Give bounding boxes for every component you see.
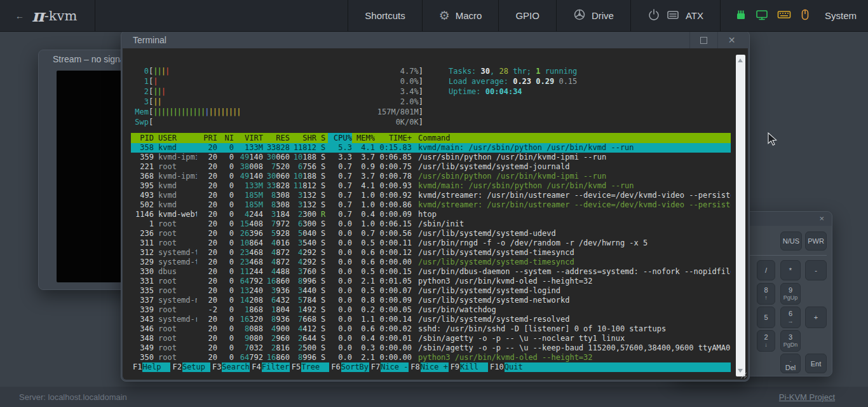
top-nav: ← π-kvm Shortcuts ⚙ Macro GPIO Drive	[0, 0, 868, 32]
uptime: Uptime: 00:04:34	[449, 86, 577, 97]
column-header-cpu[interactable]: CPU%	[328, 133, 352, 143]
back-arrow-icon[interactable]: ←	[15, 11, 24, 21]
arrow-down-icon: ↓	[764, 341, 768, 348]
nav-item-system[interactable]: System	[720, 0, 868, 31]
key-divide[interactable]: /	[757, 260, 775, 280]
nav-item-drive[interactable]: Drive	[556, 0, 630, 31]
fkey-f9[interactable]: F9Kill	[449, 362, 488, 372]
fkey-f6[interactable]: F6SortBy	[329, 362, 369, 372]
key-add[interactable]: +	[805, 307, 827, 328]
column-header-ni[interactable]: NI	[217, 133, 234, 143]
fkey-f8[interactable]: F8Nice +	[409, 362, 448, 372]
process-row-348[interactable]: 348root200908029602644S0.00.40:00.01/sbi…	[131, 334, 731, 343]
load-average: Load average: 0.23 0.29 0.15	[449, 76, 577, 86]
column-header-pri[interactable]: PRI	[197, 133, 217, 143]
key-3[interactable]: 3PgDn	[780, 330, 801, 352]
scroll-up-icon[interactable]	[738, 59, 743, 62]
fkey-f2[interactable]: F2Setup	[170, 362, 210, 372]
process-row-349[interactable]: 349root200703228162500S0.00.30:00.00/sbi…	[131, 343, 731, 353]
key-multiply[interactable]: *	[780, 260, 801, 280]
nav-item-atx[interactable]: ATX	[630, 0, 720, 31]
key-subtract[interactable]: -	[805, 260, 827, 280]
process-row-368[interactable]: 368kvmd-ipmi200491403006010188S0.73.70:0…	[131, 172, 731, 181]
pikvm-session: ← π-kvm Shortcuts ⚙ Macro GPIO Drive	[0, 0, 868, 407]
column-header-res[interactable]: RES	[263, 133, 290, 143]
maximize-icon	[700, 37, 707, 44]
fkey-f4[interactable]: F4Filter	[250, 362, 289, 372]
tasks-summary: Tasks: 30, 28 thr; 1 running	[449, 66, 577, 76]
nav-label-drive: Drive	[592, 10, 614, 21]
process-row-343[interactable]: 343systemd-r2001632089367668S0.01.10:00.…	[131, 315, 731, 324]
key-9[interactable]: 9PgUp	[780, 283, 801, 305]
process-row-1146[interactable]: 1146kvmd-webt200424431842300R0.70.40:00.…	[131, 210, 731, 219]
process-row-329[interactable]: 329systemd-t2002346848724292S0.00.60:00.…	[131, 258, 731, 267]
fkey-f1[interactable]: F1Help	[131, 362, 170, 372]
key-delete[interactable]: .Del	[780, 354, 801, 373]
fbar-filler	[532, 362, 731, 372]
process-row-346[interactable]: 346root200808849004412S0.00.60:00.02sshd…	[131, 324, 731, 334]
process-row-339[interactable]: 339root-20186818041492S0.00.20:00.05/usr…	[131, 305, 731, 315]
power-icon	[648, 8, 660, 23]
terminal-titlebar[interactable]: Terminal ✕	[121, 31, 749, 49]
htop-table-header[interactable]: PIDUSERPRINIVIRTRESSHRSCPU%MEM%TIME+Comm…	[131, 133, 731, 143]
column-header-command[interactable]: Command	[412, 133, 731, 143]
column-header-time[interactable]: TIME+	[375, 133, 412, 143]
nav-item-macro[interactable]: ⚙ Macro	[422, 0, 499, 31]
nav-item-gpio[interactable]: GPIO	[498, 0, 556, 31]
fkey-f10[interactable]: F10Quit	[488, 362, 532, 372]
process-row-331[interactable]: 331root20064792168608996S0.02.10:01.05py…	[131, 277, 731, 286]
process-row-337[interactable]: 337systemd-n2001420864325784S0.00.80:00.…	[131, 296, 731, 305]
close-button[interactable]: ✕	[717, 31, 745, 49]
htop-process-table: PIDUSERPRINIVIRTRESSHRSCPU%MEM%TIME+Comm…	[131, 133, 731, 362]
process-row-358[interactable]: 358kvmd200133M3382811812S5.34.10:15.83kv…	[131, 143, 731, 153]
key-8[interactable]: 8↑	[757, 283, 775, 305]
mouse-icon	[799, 8, 811, 24]
terminal-scrollbar[interactable]	[736, 55, 745, 376]
maximize-button[interactable]	[689, 31, 717, 49]
nav-item-shortcuts[interactable]: Shortcuts	[348, 0, 421, 31]
fkey-f3[interactable]: F3Search	[210, 362, 250, 372]
process-row-312[interactable]: 312systemd-t2002346848724292S0.00.60:00.…	[131, 248, 731, 258]
column-header-user[interactable]: USER	[154, 133, 197, 143]
process-row-493[interactable]: 493kvmd200185M83083132S0.71.00:00.92kvmd…	[131, 191, 731, 200]
display-icon	[755, 8, 769, 24]
htop-summary: Tasks: 30, 28 thr; 1 runningLoad average…	[449, 66, 577, 97]
key-enter[interactable]: Ent	[805, 354, 827, 373]
process-row-350[interactable]: 350root20064792168608996S0.02.10:00.00py…	[131, 353, 731, 362]
column-header-mem[interactable]: MEM%	[352, 133, 375, 143]
htop-meters: 0[||||4.7%]1[|0.0%]2[|||3.4%]3[||2.0%]Me…	[131, 48, 731, 127]
key-2[interactable]: 2↓	[757, 330, 775, 352]
key-6[interactable]: 6→	[780, 307, 801, 328]
pikvm-project-link[interactable]: Pi-KVM Project	[779, 392, 835, 402]
logo[interactable]: ← π-kvm	[0, 0, 95, 31]
column-header-shr[interactable]: SHR	[290, 133, 316, 143]
meter-2: 2[|||3.4%]	[131, 86, 423, 97]
resize-handle[interactable]	[739, 371, 747, 379]
process-row-221[interactable]: 221root2003800875206756S0.70.90:00.75/us…	[131, 162, 731, 172]
process-row-335[interactable]: 335root2001324039363440S0.00.50:00.07/us…	[131, 286, 731, 296]
nav-label-shortcuts: Shortcuts	[365, 10, 405, 21]
plug-icon	[735, 8, 747, 24]
column-header-pid[interactable]: PID	[131, 133, 154, 143]
fkey-f7[interactable]: F7Nice -	[369, 362, 409, 372]
process-row-1[interactable]: 1root2001540879726300S0.01.00:06.15/sbin…	[131, 219, 731, 229]
keyboard-icon	[776, 8, 792, 24]
process-row-236[interactable]: 236root2002639659285040S0.00.70:00.56/us…	[131, 229, 731, 238]
meter-0: 0[||||4.7%]	[131, 66, 423, 76]
meter-1: 1[|0.0%]	[131, 76, 423, 86]
gear-icon: ⚙	[439, 10, 450, 22]
key-power[interactable]: PWR	[805, 231, 827, 251]
process-row-311[interactable]: 311root2001086440163540S0.00.50:00.11/us…	[131, 238, 731, 248]
terminal-content[interactable]: 0[||||4.7%]1[|0.0%]2[|||3.4%]3[||2.0%]Me…	[123, 48, 748, 380]
fkey-f5[interactable]: F5Tree	[290, 362, 329, 372]
column-header-virt[interactable]: VIRT	[234, 133, 263, 143]
process-row-330[interactable]: 330dbus2001124444883760S0.00.50:00.15/us…	[131, 267, 731, 277]
process-row-395[interactable]: 395kvmd200133M3382811812S0.74.10:00.93kv…	[131, 181, 731, 191]
process-row-359[interactable]: 359kvmd-ipmi200491403006010188S3.33.70:0…	[131, 153, 731, 162]
column-header-s[interactable]: S	[316, 133, 328, 143]
key-numlock[interactable]: N/US	[780, 231, 802, 251]
close-icon[interactable]: ×	[819, 214, 824, 223]
process-row-502[interactable]: 502kvmd200185M83083132S0.71.00:00.86kvmd…	[131, 200, 731, 210]
stream-window-title: Stream – no signal	[53, 54, 127, 64]
key-5[interactable]: 5	[757, 307, 775, 328]
